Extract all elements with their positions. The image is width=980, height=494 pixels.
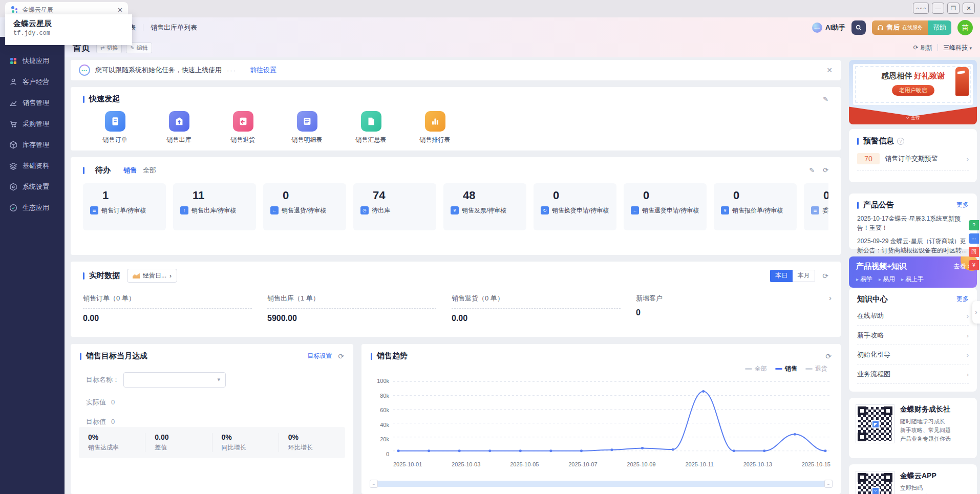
panel-expander-handle[interactable]: › (972, 301, 980, 324)
toggle-today[interactable]: 本日 (770, 270, 793, 282)
announcement-item[interactable]: 2025-10-17金蝶云·星辰3.1系统更新预告！重要！ (857, 214, 969, 232)
todo-card: 待办 销售 全部 ✎ ⟳ 1 ≣销售订单/待审核 11 ↑销售出库/待审核 0 … (71, 157, 841, 255)
stat-sales-return: 销售退货（0 单） 0.00 (452, 294, 636, 323)
legend-marker (745, 368, 752, 370)
notice-close-icon[interactable]: ✕ (826, 66, 833, 74)
sidebar-item-sales[interactable]: 销售管理 (0, 92, 65, 113)
main-content: ••• 您可以跟随系统初始化任务，快速上线使用 ··· 前往设置 ✕ 快速发起 … (65, 57, 847, 494)
todo-refresh-icon[interactable]: ⟳ (823, 166, 828, 174)
toggle-month[interactable]: 本月 (793, 270, 815, 282)
todo-scroll-right-icon[interactable]: › (829, 293, 832, 302)
business-report-button[interactable]: 经营日... › (127, 269, 177, 283)
stat-difference: 0.00差值 (145, 433, 211, 452)
video-knowledge-banner[interactable]: 产品视频+知识 去看 › 易学 易用 易上手 (849, 256, 977, 288)
legend-return[interactable]: 退货 (805, 364, 827, 373)
video-channel-float-button[interactable]: 回 (969, 247, 979, 257)
sidebar-item-settings[interactable]: 系统设置 (0, 176, 65, 197)
help-float-button[interactable]: ? (969, 220, 979, 230)
trend-refresh-icon[interactable]: ⟳ (825, 352, 832, 360)
global-search-button[interactable] (851, 20, 866, 35)
todo-card-invoice-audit[interactable]: 48 ¥销售发票/待审核 (443, 183, 526, 230)
quick-item-sales-summary-report[interactable]: 销售汇总表 (339, 111, 403, 144)
divider (938, 44, 938, 51)
right-panel: 感恩相伴 好礼致谢 老用户敬启 ⁘ 金蝶 预警信息 ? 70 销售订单交期预警 … (847, 57, 980, 494)
realtime-refresh-icon[interactable]: ⟳ (822, 272, 828, 280)
quick-item-sales-detail-report[interactable]: 销售明细表 (275, 111, 339, 144)
quick-item-sales-outbound[interactable]: 销售出库 (147, 111, 211, 144)
announcements-more-link[interactable]: 更多 (956, 201, 969, 209)
chart-legend: 全部 销售 退货 (745, 364, 827, 373)
todo-card-consignment[interactable]: 0 ≣委托代销 (804, 183, 828, 230)
announcement-item[interactable]: 2025-09-29 金蝶云·星辰（订货商城）更新公告：订货商城根据设备在的时区… (857, 237, 969, 255)
todo-title: 待办 (95, 165, 111, 175)
target-refresh-icon[interactable]: ⟳ (338, 352, 344, 360)
scrollbar-track[interactable] (378, 481, 824, 487)
stat-mom-growth: 0%环比增长 (279, 433, 345, 452)
window-restore-button[interactable]: ❐ (947, 3, 960, 14)
todo-card-sales-order-audit[interactable]: 1 ≣销售订单/待审核 (83, 183, 166, 230)
knowledge-title: 知识中心 (857, 294, 888, 304)
refresh-page-button[interactable]: ⟳ 刷新 (913, 44, 932, 52)
window-minimize-button[interactable]: — (932, 3, 944, 14)
todo-card-return-audit[interactable]: 0 ←销售退货/待审核 (263, 183, 346, 230)
window-close-button[interactable]: ✕ (963, 3, 975, 14)
sidebar-item-base-data[interactable]: 基础资料 (0, 155, 65, 176)
todo-tab-sales[interactable]: 销售 (123, 166, 137, 175)
knowledge-center-card: 知识中心 更多 在线帮助› 新手攻略› 初始化引导› 业务流程图› (849, 288, 977, 392)
ai-assistant-button[interactable]: ••• AI助手 (812, 23, 845, 33)
sidebar-item-ecosystem[interactable]: 生态应用 (0, 197, 65, 218)
todo-card-quote-audit[interactable]: 0 ¥销售报价单/待审核 (714, 183, 797, 230)
legend-all[interactable]: 全部 (745, 364, 767, 373)
chevron-right-icon: › (967, 312, 969, 320)
quick-item-sales-ranking-report[interactable]: 销售排行表 (403, 111, 467, 144)
edit-pencil-icon: ✎ (130, 45, 134, 51)
todo-edit-icon[interactable]: ✎ (809, 166, 815, 174)
main-sidebar: 快捷应用 客户经营 销售管理 采购管理 库存管理 基础资料 系统设置 (0, 37, 65, 494)
scrollbar-right-handle[interactable]: ≡ (824, 480, 833, 488)
section-accent-bar (371, 353, 372, 360)
promo-button[interactable]: 老用户敬启 (892, 85, 934, 96)
quick-item-sales-return[interactable]: 销售退货 (211, 111, 275, 144)
go-to-settings-link[interactable]: 前往设置 (250, 66, 276, 75)
section-accent-bar (83, 96, 84, 103)
window-more-button[interactable]: ∘∘∘ (913, 3, 929, 14)
info-circle-icon[interactable]: ? (897, 138, 904, 145)
knowledge-item-beginner-guide[interactable]: 新手攻略› (857, 326, 969, 345)
sidebar-item-customer[interactable]: 客户经营 (0, 71, 65, 92)
todo-tab-all[interactable]: 全部 (143, 166, 156, 175)
doc-tab-sales-outbound-list[interactable]: 销售出库单列表 (151, 23, 197, 32)
target-name-select[interactable]: ▾ (123, 372, 226, 388)
promo-banner-card[interactable]: 感恩相伴 好礼致谢 老用户敬启 ⁘ 金蝶 (849, 60, 977, 124)
knowledge-more-link[interactable]: 更多 (956, 295, 969, 304)
target-settings-link[interactable]: 目标设置 (307, 352, 332, 360)
chart-horizontal-scrollbar[interactable]: ≡ ≡ (370, 480, 833, 488)
sidebar-item-inventory[interactable]: 库存管理 (0, 134, 65, 155)
scrollbar-left-handle[interactable]: ≡ (370, 480, 378, 488)
knowledge-item-business-flowchart[interactable]: 业务流程图› (857, 364, 969, 384)
knowledge-item-online-help[interactable]: 在线帮助› (857, 306, 969, 326)
todo-card-outbound-audit[interactable]: 11 ↑销售出库/待审核 (173, 183, 256, 230)
todo-card-return-request-audit[interactable]: 0 ←销售退货申请/待审核 (624, 183, 707, 230)
help-button[interactable]: 帮助 (928, 20, 951, 35)
company-switcher[interactable]: 三峰科技 ▾ (943, 44, 972, 52)
tab-close-icon[interactable]: ✕ (117, 6, 123, 14)
user-avatar[interactable]: 苗 (957, 20, 973, 35)
promo-float-button[interactable]: ¥ (969, 260, 979, 270)
floating-shortcuts: ? ⋯ 回 ¥ (969, 220, 980, 270)
todo-card-exchange-request-audit[interactable]: 0 ↻销售换货申请/待审核 (534, 183, 616, 230)
quick-launch-edit-icon[interactable]: ✎ (823, 95, 828, 103)
sidebar-item-quick-apps[interactable]: 快捷应用 (0, 50, 65, 71)
aftersale-service-button[interactable]: 售后 在线服务 (872, 20, 928, 35)
legend-sales[interactable]: 销售 (775, 364, 797, 373)
quick-item-sales-order[interactable]: 销售订单 (83, 111, 147, 144)
knowledge-item-init-guide[interactable]: 初始化引导› (857, 345, 969, 364)
sidebar-item-purchase[interactable]: 采购管理 (0, 113, 65, 134)
mini-chart-icon (133, 273, 140, 278)
todo-cards-row: 1 ≣销售订单/待审核 11 ↑销售出库/待审核 0 ←销售退货/待审核 74 … (83, 183, 828, 230)
legend-marker (775, 368, 782, 370)
alert-row-delivery-warning[interactable]: 70 销售订单交期预警 › (857, 153, 969, 171)
todo-card-pending-outbound[interactable]: 74 ◷待出库 (353, 183, 436, 230)
feedback-float-button[interactable]: ⋯ (969, 233, 979, 244)
go-watch-link[interactable]: 去看 › (954, 262, 970, 271)
arrow-left-icon: ← (270, 206, 279, 214)
